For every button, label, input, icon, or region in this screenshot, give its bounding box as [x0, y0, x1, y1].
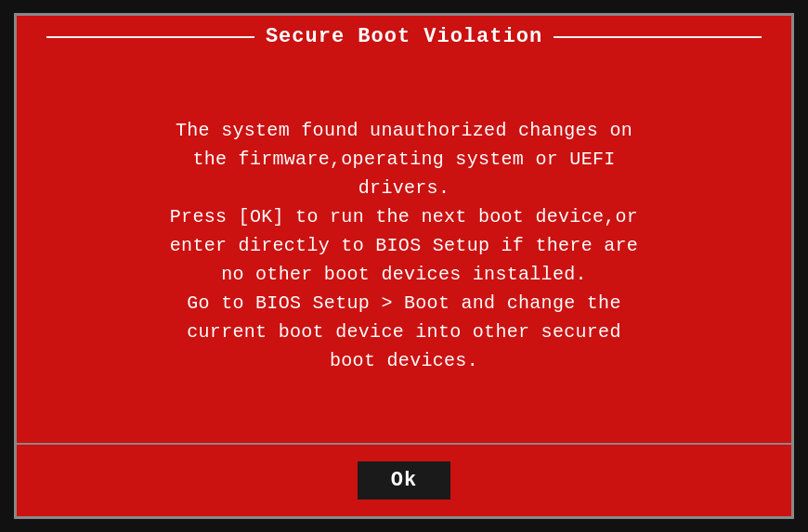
title-bar: Secure Boot Violation: [17, 16, 791, 58]
message-line1: The system found unauthorized changes on: [176, 120, 632, 141]
message-line9: boot devices.: [330, 350, 478, 371]
message-line7: Go to BIOS Setup > Boot and change the: [187, 292, 620, 314]
ok-button[interactable]: Ok: [358, 461, 450, 500]
dialog-title: Secure Boot Violation: [266, 25, 542, 48]
button-area: Ok: [17, 445, 791, 516]
message-text: The system found unauthorized changes on…: [170, 116, 638, 375]
message-line2: the firmware,operating system or UEFI: [192, 149, 615, 170]
bios-dialog: Secure Boot Violation The system found u…: [14, 13, 794, 519]
message-line8: current boot device into other secured: [187, 321, 620, 343]
message-line4: Press [OK] to run the next boot device,o…: [170, 206, 638, 227]
message-line6: no other boot devices installed.: [221, 264, 587, 285]
message-line3: drivers.: [358, 177, 450, 199]
message-line5: enter directly to BIOS Setup if there ar…: [170, 235, 638, 256]
content-area: The system found unauthorized changes on…: [17, 58, 791, 443]
